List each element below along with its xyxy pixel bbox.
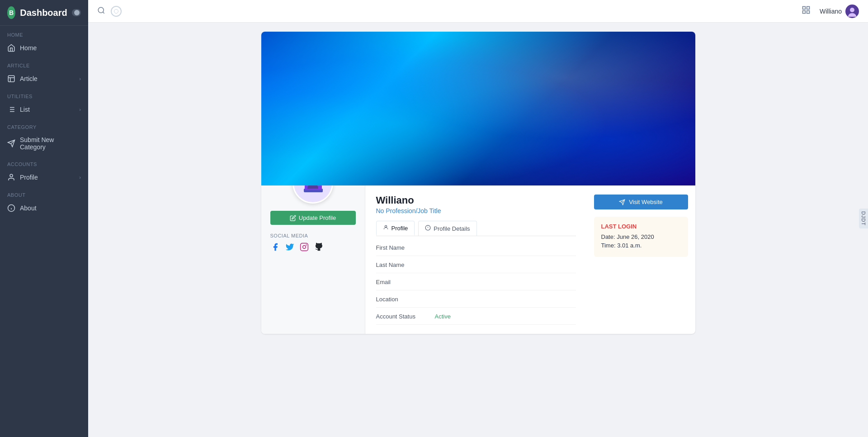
field-account-status: Account Status Active <box>376 313 576 325</box>
main-area: Williano DJDT <box>88 0 868 437</box>
home-icon <box>7 44 15 52</box>
djdt-tab[interactable]: DJDT <box>859 209 868 228</box>
sidebar-title: Dashboard <box>20 8 67 18</box>
field-first-name: First Name <box>376 244 576 256</box>
svg-point-31 <box>302 246 306 249</box>
sidebar-toggle-knob <box>74 10 80 15</box>
sidebar-item-submit-category-label: Submit New Category <box>20 136 81 151</box>
article-icon <box>7 75 15 83</box>
sidebar-toggle[interactable] <box>72 9 81 16</box>
field-location: Location <box>376 296 576 308</box>
topbar-avatar <box>845 5 859 18</box>
profile-tab-icon <box>383 224 389 232</box>
svg-point-11 <box>10 174 13 177</box>
social-media-label: SOCIAL MEDIA <box>270 233 308 238</box>
profile-tabs: Profile Profile Details <box>376 221 576 236</box>
sidebar-section-accounts: Accounts <box>0 155 88 169</box>
social-icons <box>270 242 324 252</box>
visit-website-button[interactable]: Visit Website <box>594 195 688 209</box>
profile-banner <box>261 32 695 185</box>
banner-wave <box>261 32 695 185</box>
svg-point-15 <box>98 7 104 13</box>
svg-point-32 <box>306 245 307 245</box>
target-icon[interactable] <box>111 6 122 17</box>
svg-point-33 <box>385 225 387 227</box>
sidebar-item-home[interactable]: Home <box>0 39 88 57</box>
profile-name: Williano <box>376 195 576 206</box>
sidebar-item-article-label: Article <box>20 75 38 82</box>
sidebar-item-list[interactable]: List › <box>0 101 88 118</box>
sidebar: B Dashboard Home Home Article Article › … <box>0 0 88 437</box>
profile-sidebar-section: Update Profile SOCIAL MEDIA <box>261 185 365 334</box>
profile-main: Williano No Profession/Job Title Profile <box>365 185 587 334</box>
profile-fields: First Name Last Name Email Location <box>376 244 576 325</box>
info-icon <box>7 204 15 212</box>
target-inner <box>114 9 118 14</box>
sidebar-section-category: Category <box>0 118 88 132</box>
content: Update Profile SOCIAL MEDIA <box>88 23 868 437</box>
list-icon <box>7 105 15 114</box>
svg-rect-18 <box>807 7 810 10</box>
tab-profile-details[interactable]: Profile Details <box>418 221 476 236</box>
profile-details-tab-icon <box>425 225 431 232</box>
svg-rect-0 <box>8 76 14 82</box>
sidebar-section-utilities: Utilities <box>0 87 88 101</box>
article-chevron-icon: › <box>79 76 81 81</box>
svg-rect-30 <box>300 243 308 251</box>
account-status-value: Active <box>435 313 451 320</box>
sidebar-item-about-label: About <box>20 204 37 212</box>
last-login-time: Time: 3.01 a.m. <box>601 242 681 249</box>
sidebar-item-home-label: Home <box>20 44 37 52</box>
last-login-box: LAST LOGIN Date: June 26, 2020 Time: 3.0… <box>594 217 688 257</box>
sidebar-logo: B <box>7 6 15 19</box>
sidebar-item-profile[interactable]: Profile › <box>0 169 88 186</box>
profile-card: Update Profile SOCIAL MEDIA <box>261 32 695 334</box>
profile-chevron-icon: › <box>79 175 81 180</box>
github-icon[interactable] <box>314 242 324 252</box>
list-chevron-icon: › <box>79 107 81 112</box>
search-icon[interactable] <box>97 6 105 16</box>
twitter-icon[interactable] <box>285 242 295 252</box>
sidebar-item-about[interactable]: About <box>0 200 88 217</box>
sidebar-item-submit-category[interactable]: Submit New Category <box>0 132 88 155</box>
field-last-name: Last Name <box>376 261 576 273</box>
sidebar-section-home: Home <box>0 26 88 39</box>
svg-rect-17 <box>802 7 805 10</box>
sidebar-section-about-label: About <box>0 186 88 200</box>
profile-body: Update Profile SOCIAL MEDIA <box>261 185 695 334</box>
svg-line-16 <box>103 12 104 13</box>
profile-right-panel: Visit Website LAST LOGIN Date: June 26, … <box>587 185 695 334</box>
person-icon <box>7 173 15 181</box>
topbar-user[interactable]: Williano <box>820 5 859 18</box>
update-profile-button[interactable]: Update Profile <box>270 211 356 225</box>
topbar: Williano <box>88 0 868 23</box>
profile-job-title: No Profession/Job Title <box>376 207 576 214</box>
facebook-icon[interactable] <box>270 242 280 252</box>
last-login-title: LAST LOGIN <box>601 223 681 230</box>
svg-rect-19 <box>807 11 810 14</box>
send-icon <box>7 139 15 147</box>
instagram-icon[interactable] <box>299 242 309 252</box>
sidebar-item-profile-label: Profile <box>20 174 38 181</box>
sidebar-section-article: Article <box>0 57 88 70</box>
grid-icon[interactable] <box>802 5 811 17</box>
svg-rect-20 <box>802 11 805 14</box>
sidebar-item-article[interactable]: Article › <box>0 70 88 87</box>
topbar-user-name: Williano <box>820 8 842 15</box>
last-login-date: Date: June 26, 2020 <box>601 233 681 240</box>
tab-profile[interactable]: Profile <box>376 221 415 236</box>
field-email: Email <box>376 279 576 290</box>
sidebar-item-list-label: List <box>20 106 30 113</box>
svg-point-22 <box>850 8 854 12</box>
sidebar-header: B Dashboard <box>0 0 88 26</box>
